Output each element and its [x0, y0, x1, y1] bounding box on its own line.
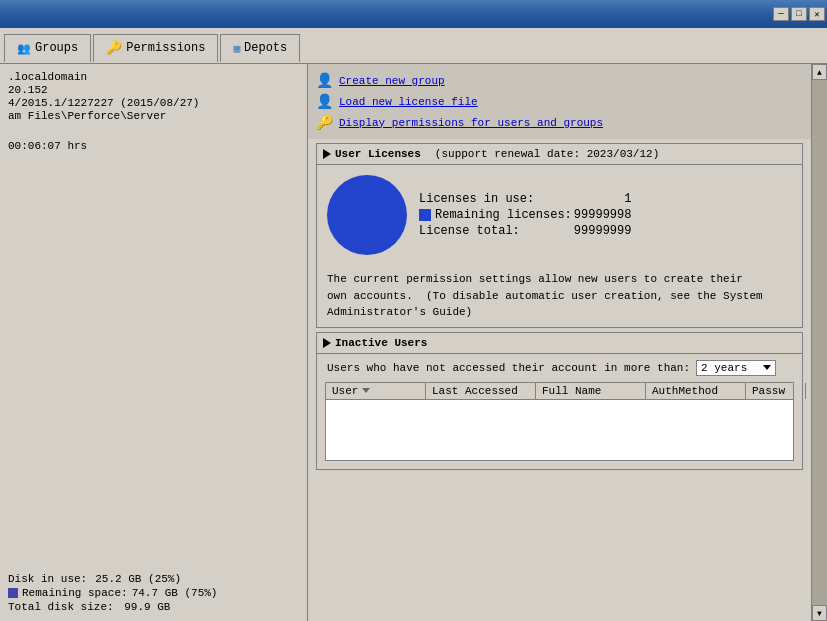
remaining-label: Remaining space:	[22, 587, 128, 599]
left-spacer	[0, 159, 307, 564]
disk-used-legend: Disk in use: 25.2 GB (25%)	[8, 573, 299, 585]
display-permissions-icon: 🔑	[316, 114, 333, 131]
title-bar-buttons: ─ □ ✕	[773, 7, 825, 21]
tab-bar: 👥 Groups 🔑 Permissions ▦ Depots	[0, 28, 827, 64]
remaining-legend-box	[8, 588, 18, 598]
inactive-filter: Users who have not accessed their accoun…	[317, 354, 802, 382]
key-icon: 🔑	[106, 40, 122, 56]
minimize-button[interactable]: ─	[773, 7, 789, 21]
license-total-value: 99999999	[574, 224, 632, 238]
user-licenses-panel: User Licenses (support renewal date: 202…	[316, 143, 803, 328]
disk-info: Disk in use: 25.2 GB (25%) Remaining spa…	[0, 564, 307, 621]
licenses-in-use-row: Licenses in use: 1	[419, 192, 631, 206]
server-info-uptime: 00:06:07 hrs	[8, 140, 299, 152]
remaining-licenses-row: Remaining licenses: 99999998	[419, 208, 631, 222]
inactive-users-table: User Last Accessed Full Name AuthMethod	[325, 382, 794, 461]
display-permissions-link[interactable]: 🔑 Display permissions for users and grou…	[316, 114, 803, 131]
right-scrollbar[interactable]: ▲ ▼	[811, 64, 827, 621]
display-permissions-text[interactable]: Display permissions for users and groups	[339, 117, 603, 129]
left-panel: .localdomain 20.152 4/2015.1/1227227 (20…	[0, 64, 308, 621]
collapse-icon[interactable]	[323, 149, 331, 159]
th-last-accessed-label: Last Accessed	[432, 385, 518, 397]
table-body	[326, 400, 793, 460]
server-info: .localdomain 20.152 4/2015.1/1227227 (20…	[0, 64, 307, 159]
licenses-content: Licenses in use: 1 Remaining licenses:	[317, 165, 802, 265]
disk-used-label: Disk in use:	[8, 573, 87, 585]
th-full-name[interactable]: Full Name	[536, 383, 646, 399]
remaining-value: 74.7 GB (75%)	[132, 587, 218, 599]
tab-depots-label: Depots	[244, 41, 287, 55]
remaining-licenses-label: Remaining licenses:	[419, 208, 572, 222]
total-value: 99.9 GB	[124, 601, 170, 613]
create-group-icon: 👤	[316, 72, 333, 89]
th-last-accessed[interactable]: Last Accessed	[426, 383, 536, 399]
inactive-users-title: Inactive Users	[335, 337, 427, 349]
table-header: User Last Accessed Full Name AuthMethod	[326, 383, 793, 400]
user-licenses-header: User Licenses (support renewal date: 202…	[317, 144, 802, 165]
dropdown-arrow-icon	[763, 365, 771, 370]
license-total-label: License total:	[419, 224, 572, 238]
tab-permissions[interactable]: 🔑 Permissions	[93, 34, 218, 62]
tab-permissions-label: Permissions	[126, 41, 205, 55]
th-auth-method-label: AuthMethod	[652, 385, 718, 397]
close-button[interactable]: ✕	[809, 7, 825, 21]
depot-icon: ▦	[233, 42, 240, 55]
total-label: Total disk size:	[8, 601, 114, 613]
pie-chart	[327, 175, 407, 255]
support-renewal: (support renewal date: 2023/03/12)	[435, 148, 659, 160]
licenses-in-use-label: Licenses in use:	[419, 192, 572, 206]
licenses-in-use-value: 1	[574, 192, 632, 206]
permission-note: The current permission settings allow ne…	[317, 265, 802, 327]
main-window: 👥 Groups 🔑 Permissions ▦ Depots .localdo…	[0, 28, 827, 621]
remaining-color-box	[419, 209, 431, 221]
total-disk-row: Total disk size: 99.9 GB	[8, 601, 299, 613]
server-info-line4: am Files\Perforce\Server	[8, 110, 299, 122]
load-license-icon: 👤	[316, 93, 333, 110]
scroll-down-button[interactable]: ▼	[812, 605, 827, 621]
th-passw-label: Passw	[752, 385, 785, 397]
tab-groups-label: Groups	[35, 41, 78, 55]
filter-value: 2 years	[701, 362, 747, 374]
th-user[interactable]: User	[326, 383, 426, 399]
scroll-up-button[interactable]: ▲	[812, 64, 827, 80]
inactive-collapse-icon[interactable]	[323, 338, 331, 348]
th-user-label: User	[332, 385, 358, 397]
server-info-line3: 4/2015.1/1227227 (2015/08/27)	[8, 97, 299, 109]
groups-icon: 👥	[17, 42, 31, 55]
tab-groups[interactable]: 👥 Groups	[4, 34, 91, 62]
server-info-line5	[8, 123, 299, 139]
license-stats: Licenses in use: 1 Remaining licenses:	[417, 190, 633, 240]
disk-bar-remaining-row: Remaining space: 74.7 GB (75%)	[8, 587, 299, 599]
th-user-sort-icon	[362, 388, 370, 393]
th-full-name-label: Full Name	[542, 385, 601, 397]
server-info-line1: .localdomain	[8, 71, 299, 83]
inactive-users-header: Inactive Users	[317, 333, 802, 354]
load-license-link[interactable]: 👤 Load new license file	[316, 93, 803, 110]
server-info-line2: 20.152	[8, 84, 299, 96]
right-content[interactable]: 👤 Create new group 👤 Load new license fi…	[308, 64, 811, 621]
create-group-link[interactable]: 👤 Create new group	[316, 72, 803, 89]
user-licenses-title: User Licenses	[335, 148, 421, 160]
th-auth-method[interactable]: AuthMethod	[646, 383, 746, 399]
right-panel-wrapper: 👤 Create new group 👤 Load new license fi…	[308, 64, 827, 621]
content-area: .localdomain 20.152 4/2015.1/1227227 (20…	[0, 64, 827, 621]
remaining-licenses-label-text: Remaining licenses:	[435, 208, 572, 222]
tab-depots[interactable]: ▦ Depots	[220, 34, 300, 62]
maximize-button[interactable]: □	[791, 7, 807, 21]
remaining-licenses-value: 99999998	[574, 208, 632, 222]
filter-dropdown[interactable]: 2 years	[696, 360, 776, 376]
license-stats-table: Licenses in use: 1 Remaining licenses:	[417, 190, 633, 240]
disk-used-value: 25.2 GB (25%)	[95, 573, 181, 585]
title-bar: ─ □ ✕	[0, 0, 827, 28]
inactive-users-panel: Inactive Users Users who have not access…	[316, 332, 803, 470]
links-section: 👤 Create new group 👤 Load new license fi…	[308, 64, 811, 139]
create-group-text[interactable]: Create new group	[339, 75, 445, 87]
load-license-text[interactable]: Load new license file	[339, 96, 478, 108]
scroll-track[interactable]	[812, 80, 827, 605]
filter-label: Users who have not accessed their accoun…	[327, 362, 690, 374]
th-passw[interactable]: Passw	[746, 383, 806, 399]
license-total-row: License total: 99999999	[419, 224, 631, 238]
